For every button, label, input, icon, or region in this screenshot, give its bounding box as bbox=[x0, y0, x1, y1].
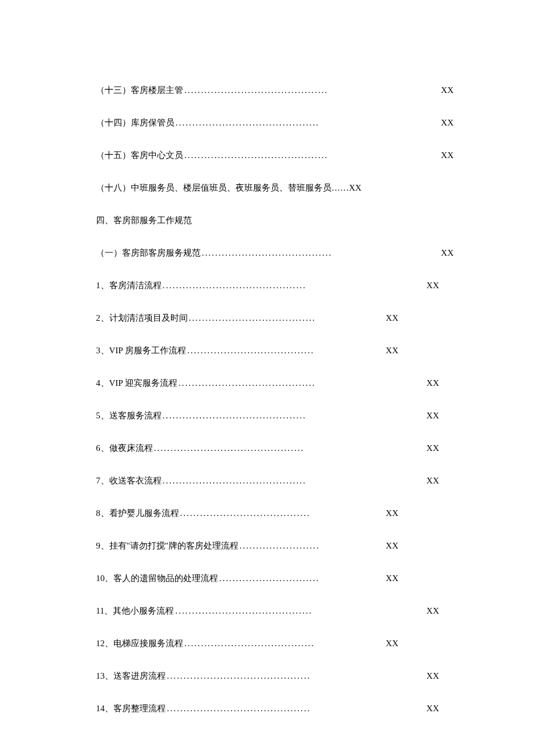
toc-page: XX bbox=[426, 670, 439, 682]
toc-entry: 7、收送客衣流程 ...............................… bbox=[96, 475, 439, 487]
toc-label: （一）客房部客房服务规范 bbox=[96, 247, 201, 259]
toc-dots: ........................................… bbox=[174, 117, 441, 129]
toc-entry: （十五）客房中心文员 .............................… bbox=[96, 149, 454, 162]
toc-dots: ...................................... bbox=[188, 312, 386, 324]
toc-dots: ....................................... bbox=[201, 247, 441, 259]
toc-page: XX bbox=[441, 149, 454, 162]
toc-dots: ...................................... bbox=[186, 345, 386, 357]
toc-page: XX bbox=[386, 312, 398, 324]
toc-label: 9、挂有"请勿打搅"牌的客房处理流程 bbox=[96, 540, 238, 552]
toc-entry: 6、做夜床流程 ................................… bbox=[96, 442, 439, 454]
toc-entry: 1、客房清洁流程 ...............................… bbox=[96, 280, 439, 292]
toc-dots: ........................................… bbox=[162, 410, 427, 422]
toc-label: （十三）客房楼层主管 bbox=[96, 84, 183, 96]
toc-entry: 5、送客服务流程 ...............................… bbox=[96, 410, 439, 422]
toc-label: 10、客人的遗留物品的处理流程 bbox=[96, 572, 218, 585]
toc-page: XX bbox=[386, 345, 398, 357]
toc-label: 1、客房清洁流程 bbox=[96, 280, 162, 292]
toc-entry: 10、客人的遗留物品的处理流程 ........................… bbox=[96, 572, 398, 585]
toc-label: 3、VIP 房服务工作流程 bbox=[96, 345, 186, 357]
toc-label: 4、VIP 迎宾服务流程 bbox=[96, 377, 177, 389]
toc-dots: ....................................... bbox=[183, 637, 386, 650]
toc-dots: ....................................... bbox=[179, 507, 386, 519]
toc-page: XX bbox=[349, 182, 362, 194]
toc-dots: ........................................… bbox=[174, 605, 426, 617]
toc-dots: ........................................… bbox=[162, 280, 427, 292]
toc-entry: （十八）中班服务员、楼层值班员、夜班服务员、替班服务员…… XX bbox=[96, 182, 448, 194]
toc-label: 14、客房整理流程 bbox=[96, 703, 166, 715]
toc-dots: .............................. bbox=[218, 572, 386, 585]
toc-dots: ........................ bbox=[238, 540, 386, 552]
toc-page: XX bbox=[426, 377, 439, 389]
toc-page: XX bbox=[426, 410, 439, 422]
toc-page: XX bbox=[386, 507, 398, 519]
toc-entry: 14、客房整理流程 ..............................… bbox=[96, 703, 439, 715]
toc-page: XX bbox=[386, 540, 398, 552]
toc-dots: ........................................… bbox=[183, 84, 441, 96]
toc-label: 12、电梯应接服务流程 bbox=[96, 637, 183, 650]
toc-label: 13、送客进房流程 bbox=[96, 670, 166, 682]
toc-entry: 8、看护婴儿服务流程 .............................… bbox=[96, 507, 398, 519]
toc-entry: 9、挂有"请勿打搅"牌的客房处理流程 .....................… bbox=[96, 540, 398, 552]
toc-entry: 2、计划清洁项目及时间 ............................… bbox=[96, 312, 398, 324]
toc-page: XX bbox=[386, 572, 398, 585]
toc-dots: ........................................… bbox=[166, 703, 426, 715]
toc-page: XX bbox=[386, 637, 398, 650]
toc-entry: （十四）库房保管员 ..............................… bbox=[96, 117, 454, 129]
toc-label: （十五）客房中心文员 bbox=[96, 149, 183, 162]
toc-label: 8、看护婴儿服务流程 bbox=[96, 507, 179, 519]
toc-label: （十八）中班服务员、楼层值班员、夜班服务员、替班服务员…… bbox=[96, 182, 349, 194]
toc-label: 11、其他小服务流程 bbox=[96, 605, 174, 617]
toc-label: 5、送客服务流程 bbox=[96, 410, 162, 422]
toc-page: XX bbox=[426, 703, 439, 715]
toc-label: 6、做夜床流程 bbox=[96, 442, 153, 454]
toc-dots: ........................................… bbox=[153, 442, 427, 454]
toc-entry: 11、其他小服务流程 .............................… bbox=[96, 605, 439, 617]
toc-label: 2、计划清洁项目及时间 bbox=[96, 312, 188, 324]
toc-label: 7、收送客衣流程 bbox=[96, 475, 162, 487]
toc-page: XX bbox=[426, 605, 439, 617]
toc-dots: ........................................… bbox=[166, 670, 426, 682]
toc-dots: ........................................… bbox=[177, 377, 426, 389]
toc-page: XX bbox=[441, 84, 454, 96]
toc-dots: ........................................… bbox=[162, 475, 427, 487]
toc-entry: 12、电梯应接服务流程 ............................… bbox=[96, 637, 398, 650]
toc-page: XX bbox=[426, 475, 439, 487]
toc-page: XX bbox=[426, 442, 439, 454]
toc-entry: （十三）客房楼层主管 .............................… bbox=[96, 84, 454, 96]
toc-page: XX bbox=[441, 247, 454, 259]
toc-dots: ........................................… bbox=[183, 149, 441, 162]
toc-page: XX bbox=[426, 280, 439, 292]
toc-page: XX bbox=[441, 117, 454, 129]
document-page: （十三）客房楼层主管 .............................… bbox=[0, 0, 535, 715]
toc-entry: 3、VIP 房服务工作流程 ..........................… bbox=[96, 345, 398, 357]
toc-entry: （一）客房部客房服务规范 ...........................… bbox=[96, 247, 454, 259]
toc-entry: 13、送客进房流程 ..............................… bbox=[96, 670, 439, 682]
toc-entry: 4、VIP 迎宾服务流程 ...........................… bbox=[96, 377, 439, 389]
toc-label: （十四）库房保管员 bbox=[96, 117, 174, 129]
section-heading: 四、客房部服务工作规范 bbox=[96, 214, 448, 227]
